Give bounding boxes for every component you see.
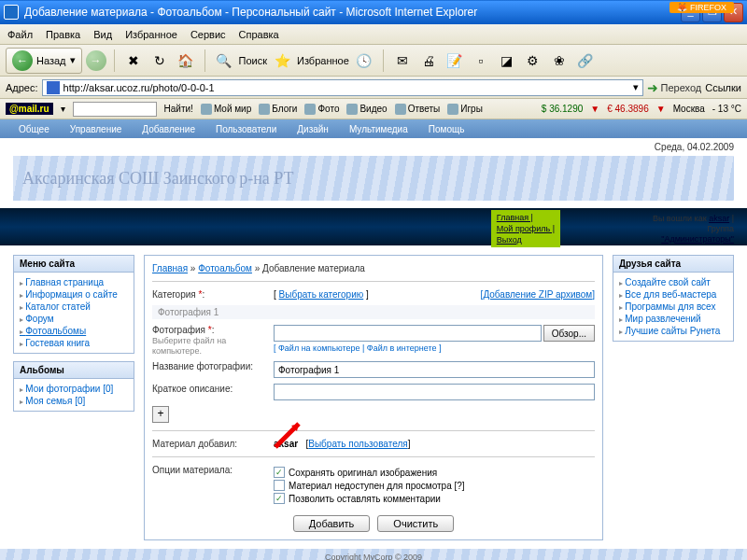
search-icon[interactable]: 🔍 <box>213 49 235 72</box>
back-label: Назад <box>36 55 66 66</box>
file-location-links[interactable]: [ Файл на компьютере | Файл в интернете … <box>274 343 595 353</box>
friend-link[interactable]: Создайте свой сайт <box>619 276 727 288</box>
friend-link[interactable]: Все для веб-мастера <box>619 288 727 301</box>
desc-label: Краткое описание: <box>152 384 274 400</box>
favorites-label[interactable]: Избранное <box>297 55 349 66</box>
tab-design[interactable]: Дизайн <box>288 122 338 136</box>
address-input[interactable]: http://aksar.ucoz.ru/photo/0-0-0-1 ▾ <box>42 79 643 96</box>
find-button[interactable]: Найти! <box>164 104 193 114</box>
tab-manage[interactable]: Управление <box>61 122 132 136</box>
sidebar-item[interactable]: Каталог статей <box>20 301 128 313</box>
home-icon[interactable]: 🏠 <box>175 49 197 72</box>
refresh-icon[interactable]: ↻ <box>148 49 171 72</box>
nav-profile[interactable]: Мой профиль | <box>497 223 555 234</box>
nav-home[interactable]: Главная | <box>497 212 555 223</box>
tab-general[interactable]: Общее <box>9 122 59 136</box>
choose-category[interactable]: Выбрать категорию <box>279 289 364 300</box>
sidebar-item[interactable]: Гостевая книга <box>20 337 128 349</box>
search-label[interactable]: Поиск <box>239 55 267 66</box>
album-item[interactable]: Моя семья [0] <box>20 395 128 407</box>
album-item[interactable]: Мои фотографии [0] <box>20 383 128 395</box>
forward-button[interactable]: → <box>86 50 106 71</box>
friend-link[interactable]: Мир развлечений <box>619 313 727 325</box>
friend-link[interactable]: Лучшие сайты Рунета <box>619 325 727 337</box>
window-title: Добавление материала - Фотоальбом - Перс… <box>24 6 681 19</box>
temp: - 13 °C <box>712 104 741 114</box>
group-link[interactable]: "Администраторы" <box>661 234 734 244</box>
window-titlebar: Добавление материала - Фотоальбом - Перс… <box>0 0 747 24</box>
photo-icon <box>304 104 316 115</box>
friend-link[interactable]: Программы для всех <box>619 301 727 313</box>
file-input[interactable] <box>274 325 542 342</box>
crumb-home[interactable]: Главная <box>152 263 188 273</box>
eur-rate: € 46.3896 <box>607 104 649 114</box>
tool-icon[interactable]: ▫ <box>470 49 492 72</box>
history-icon[interactable]: 🕓 <box>353 49 375 72</box>
checkbox[interactable]: ✓ <box>274 467 285 478</box>
mailru-item[interactable]: Ответы <box>395 104 441 115</box>
add-photo-button[interactable]: + <box>152 406 169 423</box>
sidebar-item[interactable]: Форум <box>20 313 128 325</box>
sidebar-item[interactable]: Информация о сайте <box>20 288 128 301</box>
separator <box>383 49 384 72</box>
mailru-item[interactable]: Фото <box>304 104 339 115</box>
browse-button[interactable]: Обзор... <box>543 325 595 342</box>
desc-input[interactable] <box>274 384 595 400</box>
chevron-down-icon[interactable]: ▾ <box>61 104 65 114</box>
back-button[interactable]: ← Назад ▾ <box>6 48 82 74</box>
sidebar-item[interactable]: Главная страница <box>20 276 128 288</box>
chevron-down-icon[interactable]: ▾ <box>633 81 639 93</box>
firefox-badge[interactable]: 🦊 FIREFOX <box>669 2 734 13</box>
header-strip: Главная | Мой профиль | Выход Вы вошли к… <box>0 208 747 245</box>
user-link[interactable]: aksar <box>709 214 729 223</box>
video-icon <box>346 104 358 115</box>
tool-icon[interactable]: 🔗 <box>574 49 597 72</box>
submit-button[interactable]: Добавить <box>293 515 371 532</box>
mailru-item[interactable]: Игры <box>447 104 483 115</box>
sidebar-item-photos[interactable]: Фотоальбомы <box>20 325 128 337</box>
print-icon[interactable]: 🖨 <box>417 49 440 72</box>
photo-name-input[interactable] <box>274 361 595 378</box>
checkbox[interactable]: ✓ <box>274 493 285 504</box>
menu-file[interactable]: Файл <box>7 29 33 40</box>
city[interactable]: Москва <box>673 104 705 114</box>
reset-button[interactable]: Очистить <box>377 515 454 532</box>
mailru-logo[interactable]: @mail.ru <box>6 103 53 115</box>
choose-user[interactable]: Выбрать пользователя <box>308 439 407 449</box>
tool-icon[interactable]: ⚙ <box>522 49 544 72</box>
mailru-item[interactable]: Видео <box>346 104 387 115</box>
tab-help[interactable]: Помощь <box>419 122 474 136</box>
menubar: Файл Правка Вид Избранное Сервис Справка <box>0 24 747 45</box>
nav-logout[interactable]: Выход <box>497 234 555 245</box>
mail-icon[interactable]: ✉ <box>391 49 414 72</box>
links-label[interactable]: Ссылки <box>705 82 741 93</box>
added-by-label: Материал добавил: <box>152 439 274 449</box>
favorites-icon[interactable]: ⭐ <box>271 49 293 72</box>
tool-icon[interactable]: ◪ <box>496 49 518 72</box>
tab-users[interactable]: Пользователи <box>206 122 286 136</box>
mailru-item[interactable]: Блоги <box>259 104 297 115</box>
go-button[interactable]: ➜ Переход <box>647 80 702 95</box>
edit-icon[interactable]: 📝 <box>444 49 466 72</box>
stop-icon[interactable]: ✖ <box>122 49 145 72</box>
go-label: Переход <box>661 82 702 93</box>
tab-add[interactable]: Добавление <box>133 122 204 136</box>
ie-icon <box>4 5 19 20</box>
menu-help[interactable]: Справка <box>239 29 279 40</box>
tool-icon[interactable]: ❀ <box>548 49 571 72</box>
crumb-photo[interactable]: Фотоальбом <box>198 263 252 273</box>
checkbox[interactable] <box>274 480 285 491</box>
mailru-search[interactable] <box>73 102 157 117</box>
menu-view[interactable]: Вид <box>93 29 112 40</box>
separator <box>114 49 115 72</box>
world-icon <box>201 104 212 115</box>
mailru-bar: @mail.ru ▾ Найти! Мой мир Блоги Фото Вид… <box>0 99 747 119</box>
menu-edit[interactable]: Правка <box>46 29 80 40</box>
left-sidebar: Меню сайта Главная страница Информация о… <box>13 255 134 540</box>
site-banner: Аксаринская СОШ Заинского р-на РТ <box>13 156 734 201</box>
mailru-item[interactable]: Мой мир <box>201 104 251 115</box>
menu-favorites[interactable]: Избранное <box>125 29 177 40</box>
menu-tools[interactable]: Сервис <box>190 29 226 40</box>
tab-multimedia[interactable]: Мультимедиа <box>340 122 417 136</box>
zip-upload-link[interactable]: [Добавление ZIP архивом] <box>481 289 595 300</box>
